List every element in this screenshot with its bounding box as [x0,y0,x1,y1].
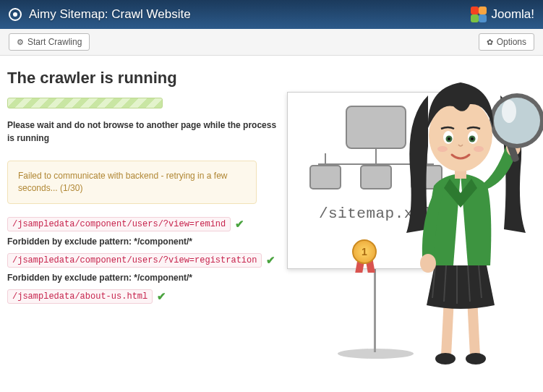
svg-point-6 [494,98,540,144]
check-icon: ✔ [235,218,244,231]
svg-point-17 [474,146,484,152]
sitemap-icon: ⚙ [17,38,24,47]
progress-bar [7,98,163,108]
svg-point-7 [502,100,516,123]
app-header: Aimy Sitemap: Crawl Website Joomla! [0,0,543,29]
check-icon: ✔ [157,290,166,303]
illustration: /sitemap.xml 1 [280,63,540,367]
forbidden-pattern: */component/* [134,237,192,247]
whiteboard-stand-pole [374,269,376,352]
url-box: /jsampledata/component/users/?view=regis… [7,253,262,268]
toolbar: ⚙ Start Crawling ✿ Options [0,29,543,56]
svg-point-2 [420,254,436,273]
joomla-logo: Joomla! [471,7,534,22]
url-box: /jsampledata/about-us.html [7,289,153,304]
target-icon [9,8,22,21]
url-box: /jsampledata/component/users/?view=remin… [7,217,231,231]
gear-icon: ✿ [487,38,493,47]
svg-point-1 [466,353,486,365]
character-illustration [385,67,543,370]
forbidden-pattern: */component/* [134,273,192,283]
page-title: Aimy Sitemap: Crawl Website [29,7,191,22]
brand-text: Joomla! [491,7,534,22]
svg-point-16 [437,146,448,152]
alert-text: Failed to communicate with backend - ret… [18,171,227,193]
start-crawling-button[interactable]: ⚙ Start Crawling [9,33,90,51]
start-crawling-label: Start Crawling [27,37,82,47]
svg-point-15 [471,137,474,140]
header-left: Aimy Sitemap: Crawl Website [9,7,191,22]
options-button[interactable]: ✿ Options [479,33,534,51]
medal-icon: 1 [352,239,380,267]
svg-point-14 [448,137,450,140]
options-label: Options [497,37,526,47]
alert-warning: Failed to communicate with backend - ret… [7,161,257,204]
svg-point-0 [435,353,456,365]
medal-rank: 1 [362,246,367,257]
diagram-sub-node [309,165,341,189]
forbidden-prefix: Forbidden by exclude pattern: [7,237,134,247]
check-icon: ✔ [266,254,275,267]
content-area: The crawler is running Please wait and d… [0,56,543,311]
joomla-symbol-icon [471,7,487,22]
wait-text: Please wait and do not browse to another… [7,119,282,145]
forbidden-prefix: Forbidden by exclude pattern: [7,273,134,283]
